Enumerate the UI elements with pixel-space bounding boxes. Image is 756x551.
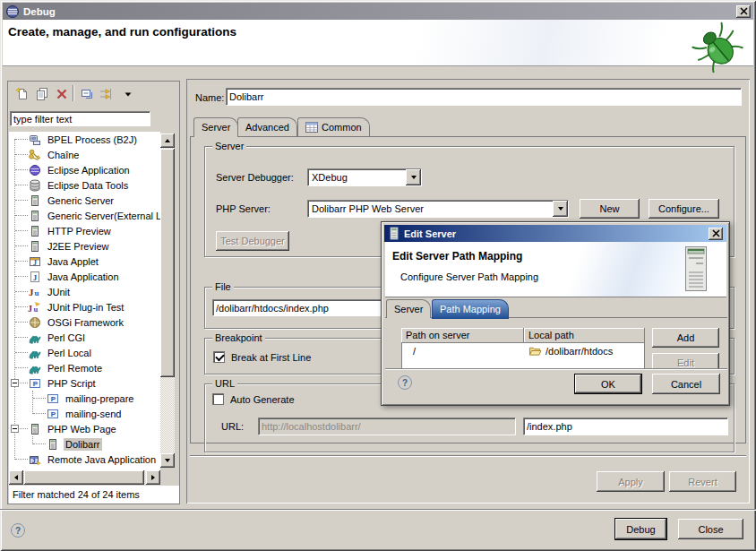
tab-advanced[interactable]: Advanced — [237, 117, 297, 136]
cancel-button[interactable]: Cancel — [652, 374, 720, 394]
chevron-down-icon[interactable] — [553, 201, 568, 217]
name-input[interactable] — [226, 88, 742, 106]
ok-button[interactable]: OK — [574, 374, 642, 394]
delete-icon — [55, 87, 69, 101]
tab-server[interactable]: Server — [193, 117, 238, 137]
database-icon — [28, 178, 42, 193]
dialog-tab-path-mapping[interactable]: Path Mapping — [432, 299, 509, 319]
tree-item-java-applet[interactable]: JJava Applet — [9, 254, 160, 269]
tree-item-cha-ne[interactable]: Chaîne — [9, 147, 160, 162]
tree-item-label: Perl Remote — [46, 362, 104, 375]
column-path-on-server[interactable]: Path on server — [401, 328, 524, 343]
tree-item-java-application[interactable]: JJava Application — [9, 269, 160, 284]
junit-icon: Ju — [28, 285, 42, 299]
close-dialog-button[interactable] — [709, 228, 723, 240]
collapse-toggle-icon[interactable] — [11, 379, 19, 387]
tree-item-generic-server-external-la[interactable]: Generic Server(External La — [9, 208, 160, 223]
dialog-tab-server[interactable]: Server — [386, 299, 431, 318]
break-first-line-checkbox[interactable] — [213, 351, 225, 363]
tree-item-bpel-process-b2j-[interactable]: BPEL Process (B2J) — [9, 132, 160, 147]
tab-common[interactable]: Common — [297, 117, 370, 136]
new-launch-configuration-button[interactable] — [13, 86, 31, 102]
junit-plugin-icon: Ju — [28, 300, 42, 314]
close-button[interactable]: Close — [678, 519, 743, 539]
tree-item-eclipse-application[interactable]: Eclipse Application — [9, 162, 160, 177]
tree-item-perl-cgi[interactable]: Perl CGI — [9, 330, 160, 345]
add-mapping-button[interactable]: Add — [652, 328, 719, 348]
path-mapping-row[interactable]: //dolibarr/htdocs — [402, 343, 644, 358]
filter-input[interactable] — [10, 111, 150, 126]
tree-item-label: Java Applet — [46, 255, 100, 268]
edit-server-title-bar: Edit Server — [384, 225, 726, 242]
collapse-all-button[interactable] — [78, 86, 96, 102]
tree-item-label: OSGi Framework — [46, 316, 125, 329]
dialog-header: Create, manage, and run configurations — [3, 20, 753, 66]
menu-caret-icon — [121, 87, 135, 101]
tree-item-dolibarr[interactable]: Dolibarr — [9, 436, 160, 452]
url-path-input[interactable] — [523, 418, 728, 435]
auto-generate-checkbox[interactable] — [212, 393, 224, 405]
svg-text:J: J — [33, 258, 37, 266]
eclipse-app-icon — [28, 163, 42, 177]
tree-item-php-script[interactable]: PPHP Script — [9, 375, 160, 391]
new-server-button[interactable]: New — [580, 199, 640, 219]
column-local-path[interactable]: Local path — [524, 328, 645, 343]
tree-item-label: JUnit — [46, 286, 72, 298]
local-path-cell: /dolibarr/htdocs — [524, 345, 644, 357]
test-debugger-button[interactable]: Test Debugger — [216, 231, 289, 251]
tree-item-perl-local[interactable]: Perl Local — [9, 345, 160, 360]
java-app-icon: J — [28, 270, 42, 284]
svg-text:J: J — [29, 287, 34, 297]
tree-item-label: mailing-send — [64, 408, 123, 420]
tree-item-label: Generic Server(External La — [46, 210, 160, 222]
help-icon[interactable]: ? — [398, 375, 412, 390]
tree-item-mailing-send[interactable]: Pmailing-send — [9, 406, 160, 421]
tree-item-mailing-prepare[interactable]: Pmailing-prepare — [9, 391, 160, 406]
filter-icon — [99, 87, 114, 101]
tree-item-generic-server[interactable]: Generic Server — [9, 193, 160, 208]
tree-item-label: Dolibarr — [64, 438, 102, 451]
debug-bug-icon — [691, 21, 744, 67]
tree-item-junit-plug-in-test[interactable]: JuJUnit Plug-in Test — [9, 299, 160, 314]
help-icon[interactable]: ? — [11, 523, 25, 538]
debug-button[interactable]: Debug — [614, 518, 667, 540]
tree-item-http-preview[interactable]: HTTP Preview — [9, 223, 160, 238]
server-debugger-select[interactable]: XDebug — [307, 168, 422, 186]
path-mapping-tab-body: Path on server Local path //dolibarr/htd… — [385, 318, 727, 368]
chevron-down-icon[interactable] — [406, 169, 421, 185]
tree-item-php-web-page[interactable]: PHP Web Page — [9, 421, 160, 436]
close-window-button[interactable] — [736, 5, 751, 18]
duplicate-launch-configuration-button[interactable] — [33, 86, 51, 102]
svg-text:P: P — [33, 380, 39, 388]
tree-item-remote-java-application[interactable]: JRemote Java Application — [9, 452, 160, 467]
keys-icon — [28, 148, 42, 162]
php-server-select[interactable]: Dolibarr PHP Web Server — [307, 200, 569, 218]
server-icon — [28, 422, 42, 436]
view-menu-button[interactable] — [119, 86, 137, 102]
delete-launch-configuration-button[interactable] — [53, 86, 71, 102]
edit-mapping-button[interactable]: Edit — [652, 353, 719, 368]
window-title: Debug — [23, 6, 56, 17]
filter-launch-configurations-button[interactable] — [98, 86, 116, 102]
tree-item-perl-remote[interactable]: Perl Remote — [9, 360, 160, 375]
tree-vertical-scrollbar[interactable] — [160, 133, 175, 468]
edit-server-heading: Edit Server Path Mapping — [392, 250, 522, 263]
tree-item-label: Perl CGI — [46, 331, 87, 344]
tree-horizontal-scrollbar[interactable] — [9, 470, 160, 485]
remote-java-icon: J — [28, 452, 42, 467]
folder-icon — [528, 345, 542, 357]
tree-item-eclipse-data-tools[interactable]: Eclipse Data Tools — [9, 177, 160, 193]
server-icon — [28, 209, 42, 223]
apply-button[interactable]: Apply — [597, 471, 665, 492]
bpel-icon — [28, 133, 42, 147]
tree-item-label: Java Application — [46, 271, 121, 283]
collapse-all-icon — [80, 87, 94, 101]
tree-item-osgi-framework[interactable]: OSGi Framework — [9, 314, 160, 330]
edit-server-header: Edit Server Path Mapping Configure Serve… — [385, 242, 726, 297]
svg-text:u: u — [35, 288, 39, 297]
tree-item-j2ee-preview[interactable]: J2EE Preview — [9, 238, 160, 254]
revert-button[interactable]: Revert — [669, 471, 736, 492]
collapse-toggle-icon[interactable] — [11, 425, 19, 433]
tree-item-junit[interactable]: JuJUnit — [9, 284, 160, 299]
configure-server-button[interactable]: Configure... — [649, 199, 719, 219]
